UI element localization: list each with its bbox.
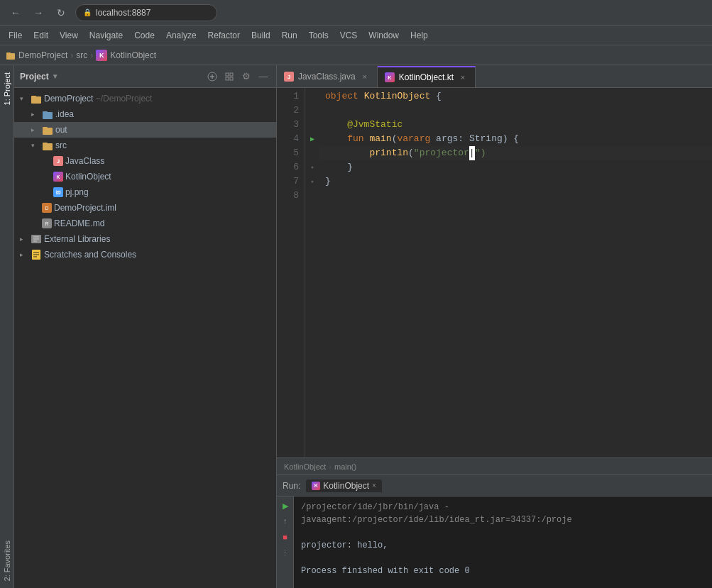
run-tab-label: KotlinObject <box>323 481 369 491</box>
folder-icon-src <box>42 140 53 151</box>
panel-title-text: Project <box>20 72 49 82</box>
tree-item-javaclass[interactable]: J JavaClass <box>14 153 276 169</box>
tree-arrow-scratches <box>20 251 28 258</box>
menu-view[interactable]: View <box>54 28 84 43</box>
tree-item-idea[interactable]: .idea <box>14 106 276 122</box>
tab-kotlinobject-close[interactable]: × <box>458 72 468 82</box>
run-more-button[interactable]: ⋮ <box>279 546 292 559</box>
menu-analyze[interactable]: Analyze <box>160 28 202 43</box>
menu-window[interactable]: Window <box>363 28 405 43</box>
tree-item-extlibs[interactable]: External Libraries <box>14 231 276 247</box>
svg-rect-1 <box>6 52 11 55</box>
run-output-line-3: projector: hello, <box>301 539 705 552</box>
menu-code[interactable]: Code <box>128 28 160 43</box>
kw-object: object <box>325 89 358 104</box>
tree-item-kotlinobject[interactable]: K KotlinObject <box>14 169 276 184</box>
run-tab-close[interactable]: × <box>372 482 376 489</box>
tree-arrow-src <box>31 142 40 149</box>
menu-help[interactable]: Help <box>405 28 434 43</box>
svg-rect-16 <box>43 143 48 145</box>
breadcrumb-sep1: › <box>70 50 73 60</box>
tab-javaclass-close[interactable]: × <box>360 72 370 82</box>
scratch-icon <box>31 249 42 260</box>
footer-object: KotlinObject <box>284 462 326 471</box>
tree-label-kotlinobject: KotlinObject <box>65 172 111 182</box>
tree-label-iml: DemoProject.iml <box>54 203 116 213</box>
tree-arrow-extlibs <box>20 235 28 243</box>
ext-lib-icon <box>31 233 42 245</box>
panel-header: Project ▼ <box>14 65 276 88</box>
tree-item-src[interactable]: src <box>14 138 276 153</box>
menu-build[interactable]: Build <box>246 28 276 43</box>
tree-label-extlibs: External Libraries <box>44 234 110 244</box>
add-icon <box>207 72 217 82</box>
run-content-area: ▶ ↑ ■ ⋮ /projector/ide/jbr/bin/java -jav… <box>277 497 712 588</box>
svg-rect-7 <box>226 77 229 80</box>
code-line-6: } <box>319 160 712 174</box>
back-button[interactable]: ← <box>7 4 24 21</box>
sidebar-tab-favorites[interactable]: 2: Favorites <box>0 533 13 588</box>
panel-actions: ⚙ — <box>205 70 270 84</box>
footer-method: main() <box>334 462 356 471</box>
code-editor[interactable]: 1 2 3 4 5 6 7 8 ▶ <box>277 88 712 457</box>
tree-item-out[interactable]: out <box>14 122 276 138</box>
lock-icon: 🔒 <box>83 9 92 16</box>
tree-item-scratches[interactable]: Scratches and Consoles <box>14 247 276 262</box>
folder-icon-demoproject <box>31 93 42 104</box>
menu-vcs[interactable]: VCS <box>334 28 363 43</box>
menu-edit[interactable]: Edit <box>28 28 54 43</box>
run-tab-kotlinobject[interactable]: K KotlinObject × <box>306 479 382 492</box>
code-line-1: object KotlinObject { <box>319 89 712 104</box>
tab-javaclass[interactable]: J JavaClass.java × <box>277 66 378 87</box>
run-rerun-button[interactable]: ↑ <box>279 515 292 528</box>
footer-sep: › <box>329 462 332 471</box>
code-content[interactable]: object KotlinObject { @JvmStatic <box>319 88 712 457</box>
run-play-button[interactable]: ▶ <box>279 499 292 512</box>
project-panel: Project ▼ <box>14 65 277 588</box>
forward-button[interactable]: → <box>30 4 47 21</box>
editor-tabs: J JavaClass.java × K KotlinObject.kt × <box>277 65 712 88</box>
svg-rect-5 <box>226 73 229 76</box>
tree-item-demoproject-iml[interactable]: D DemoProject.iml <box>14 200 276 216</box>
tree-label-src: src <box>55 140 67 150</box>
menu-run[interactable]: Run <box>276 28 303 43</box>
svg-rect-10 <box>31 96 36 99</box>
breadcrumb-src[interactable]: src <box>76 50 87 60</box>
gutter: ▶ ▾ ▾ <box>305 88 319 457</box>
java-file-icon: J <box>53 156 63 166</box>
tab-kotlinobject[interactable]: K KotlinObject.kt × <box>378 66 476 87</box>
project-folder-icon <box>6 50 16 60</box>
editor-footer: KotlinObject › main() <box>277 457 712 475</box>
tree-label-demoproject: DemoProject ~/DemoProject <box>44 94 152 104</box>
menu-tools[interactable]: Tools <box>303 28 334 43</box>
run-output-line-5: Process finished with exit code 0 <box>301 565 705 577</box>
tree-item-demoproject[interactable]: DemoProject ~/DemoProject <box>14 91 276 106</box>
ide-main: 1: Project 2: Favorites Project ▼ <box>0 65 712 588</box>
tree-item-pjpng[interactable]: 🖼 pj.png <box>14 184 276 200</box>
png-file-icon: 🖼 <box>53 187 63 197</box>
svg-rect-6 <box>230 73 233 76</box>
tree-arrow-out <box>31 126 40 133</box>
panel-layout-button[interactable] <box>222 70 236 84</box>
sidebar-tab-project[interactable]: 1: Project <box>0 65 13 112</box>
panel-settings-button[interactable]: ⚙ <box>239 70 253 84</box>
tree-item-readme[interactable]: R README.md <box>14 216 276 231</box>
breadcrumb-project[interactable]: DemoProject <box>18 50 67 60</box>
kotlin-file-icon: K <box>96 50 107 61</box>
menu-navigate[interactable]: Navigate <box>84 28 128 43</box>
fold-marker-7[interactable]: ▾ <box>310 178 314 186</box>
menu-refactor[interactable]: Refactor <box>202 28 246 43</box>
menu-file[interactable]: File <box>3 28 28 43</box>
breadcrumb-file[interactable]: KotlinObject <box>110 50 156 60</box>
panel-minimize-button[interactable]: — <box>256 70 270 84</box>
reload-button[interactable]: ↻ <box>53 4 70 21</box>
run-stop-button[interactable]: ■ <box>279 531 292 543</box>
line-numbers: 1 2 3 4 5 6 7 8 <box>277 88 305 457</box>
address-bar[interactable]: 🔒 localhost:8887 <box>75 4 217 21</box>
run-tab-kotlin-icon: K <box>312 482 320 490</box>
fold-marker-6[interactable]: ▾ <box>310 164 314 172</box>
browser-bar: ← → ↻ 🔒 localhost:8887 <box>0 0 712 26</box>
tab-java-icon: J <box>284 72 294 82</box>
panel-add-button[interactable] <box>205 70 219 84</box>
run-arrow-icon[interactable]: ▶ <box>310 135 314 143</box>
